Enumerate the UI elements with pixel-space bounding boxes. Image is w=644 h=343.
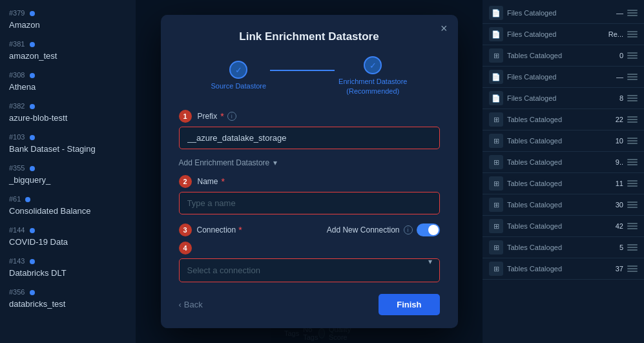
right-row-menu-icon[interactable] — [627, 114, 638, 125]
right-panel-row: ⊞ Tables Cataloged 42 — [483, 216, 644, 237]
main-area: × Link Enrichment Datastore ✓ Source Dat… — [136, 0, 483, 343]
right-row-menu-icon[interactable] — [627, 93, 638, 103]
add-new-connection-toggle[interactable] — [417, 223, 440, 236]
right-row-menu-icon[interactable] — [627, 136, 638, 146]
sidebar-name: COVID-19 Data — [9, 236, 127, 249]
sidebar-dot-icon — [30, 42, 35, 47]
right-row-menu-icon[interactable] — [627, 29, 638, 39]
name-input[interactable] — [179, 192, 440, 214]
step-1: ✓ Source Datastore — [211, 61, 267, 90]
right-row-icon: ⊞ — [489, 155, 503, 169]
back-button[interactable]: ‹ Back — [179, 300, 203, 309]
right-row-menu-icon[interactable] — [627, 178, 638, 189]
add-new-connection-group: Add New Connection i — [327, 223, 440, 236]
sidebar-item[interactable]: #308 Athena — [0, 66, 136, 97]
modal-overlay: × Link Enrichment Datastore ✓ Source Dat… — [136, 0, 483, 343]
connection-select[interactable]: Select a connection — [179, 258, 440, 282]
right-row-label: Tables Cataloged — [507, 137, 612, 145]
right-row-value: 42 — [616, 222, 623, 230]
sidebar-id: #355 — [9, 163, 127, 174]
step-badge-4: 4 — [179, 242, 192, 255]
sidebar-dot-icon — [30, 135, 35, 140]
right-row-menu-icon[interactable] — [627, 50, 638, 61]
right-row-value: 10 — [616, 137, 623, 145]
sidebar-item[interactable]: #143 Databricks DLT — [0, 252, 136, 283]
right-row-menu-icon[interactable] — [627, 200, 638, 210]
finish-button[interactable]: Finish — [379, 294, 439, 315]
sidebar-item[interactable]: #356 databricks_test — [0, 283, 136, 314]
prefix-group: 1 Prefix * i — [179, 110, 440, 149]
right-row-value: 30 — [616, 201, 623, 209]
sidebar-item[interactable]: #355 _bigquery_ — [0, 159, 136, 190]
right-panel-row: ⊞ Tables Cataloged 22 — [483, 109, 644, 130]
sidebar-id: #143 — [9, 256, 127, 267]
sidebar-item[interactable]: #382 azure-blob-testt — [0, 97, 136, 128]
sidebar-dot-icon — [30, 11, 35, 16]
right-panel-row: ⊞ Tables Cataloged 9.. — [483, 152, 644, 173]
step-2: ✓ Enrichment Datastore (Recommended) — [338, 56, 407, 96]
sidebar-dot-icon — [30, 290, 35, 295]
step-1-label: Source Datastore — [211, 81, 267, 90]
add-enrichment-label: Add Enrichment Datastore — [179, 158, 270, 167]
right-row-icon: ⊞ — [489, 240, 503, 255]
right-panel-row: ⊞ Tables Cataloged 0 — [483, 45, 644, 67]
right-row-icon: ⊞ — [489, 219, 503, 233]
stepper: ✓ Source Datastore ✓ Enrichment Datastor… — [179, 56, 440, 96]
right-row-menu-icon[interactable] — [627, 72, 638, 82]
prefix-required: * — [220, 111, 223, 121]
right-row-icon: ⊞ — [489, 112, 503, 127]
sidebar-id: #103 — [9, 132, 127, 143]
modal-close-button[interactable]: × — [441, 23, 448, 34]
sidebar-name: Databricks DLT — [9, 267, 127, 280]
right-panel-row: 📄 Files Cataloged — — [483, 67, 644, 88]
right-row-menu-icon[interactable] — [627, 8, 638, 18]
prefix-input[interactable] — [179, 127, 440, 149]
add-new-connection-label: Add New Connection — [327, 225, 400, 234]
sidebar-dot-icon — [30, 73, 35, 78]
sidebar-name: Athena — [9, 81, 127, 94]
right-panel-row: 📄 Files Cataloged Re... — [483, 24, 644, 45]
right-panel-row: ⊞ Tables Cataloged 5 — [483, 237, 644, 258]
sidebar-item[interactable]: #144 COVID-19 Data — [0, 221, 136, 252]
sidebar-id: #308 — [9, 70, 127, 81]
right-row-menu-icon[interactable] — [627, 242, 638, 253]
right-panel-row: 📄 Files Cataloged — — [483, 3, 644, 24]
sidebar-item[interactable]: #379 Amazon — [0, 4, 136, 35]
sidebar-id: #144 — [9, 225, 127, 236]
step-2-circle: ✓ — [364, 56, 382, 74]
right-row-label: Tables Cataloged — [507, 222, 612, 230]
prefix-info-icon[interactable]: i — [227, 112, 236, 121]
right-row-menu-icon[interactable] — [627, 157, 638, 167]
sidebar-id: #356 — [9, 287, 127, 298]
sidebar-id: #382 — [9, 101, 127, 112]
step-2-label: Enrichment Datastore (Recommended) — [338, 77, 407, 96]
right-row-label: Tables Cataloged — [507, 180, 612, 187]
right-row-label: Tables Cataloged — [507, 265, 612, 273]
sidebar-item[interactable]: #381 amazon_test — [0, 35, 136, 66]
right-row-value: Re... — [608, 30, 623, 38]
name-required: * — [222, 176, 225, 187]
right-panel-row: ⊞ Tables Cataloged 11 — [483, 173, 644, 194]
right-row-icon: 📄 — [489, 27, 503, 41]
add-new-connection-info-icon[interactable]: i — [404, 225, 413, 234]
right-row-label: Tables Cataloged — [507, 116, 612, 123]
right-panel-row: 📄 Files Cataloged 8 — [483, 88, 644, 109]
sidebar-id: #381 — [9, 39, 127, 50]
sidebar-dot-icon — [25, 197, 30, 202]
sidebar-dot-icon — [30, 104, 35, 109]
right-row-menu-icon[interactable] — [627, 264, 638, 274]
right-row-icon: ⊞ — [489, 262, 503, 276]
sidebar-name: Bank Dataset - Staging — [9, 143, 127, 156]
right-row-menu-icon[interactable] — [627, 221, 638, 231]
sidebar-name: azure-blob-testt — [9, 112, 127, 125]
sidebar-item[interactable]: #61 Consolidated Balance — [0, 190, 136, 221]
right-row-icon: 📄 — [489, 6, 503, 20]
add-enrichment-toggle[interactable]: Add Enrichment Datastore ▾ — [179, 158, 440, 167]
right-row-icon: ⊞ — [489, 176, 503, 191]
right-panel-row: ⊞ Tables Cataloged 10 — [483, 130, 644, 152]
right-row-label: Files Cataloged — [507, 73, 612, 81]
right-row-value: 5 — [619, 244, 623, 251]
right-row-label: Tables Cataloged — [507, 201, 612, 209]
right-panel-row: ⊞ Tables Cataloged 30 — [483, 194, 644, 216]
sidebar-item[interactable]: #103 Bank Dataset - Staging — [0, 128, 136, 159]
